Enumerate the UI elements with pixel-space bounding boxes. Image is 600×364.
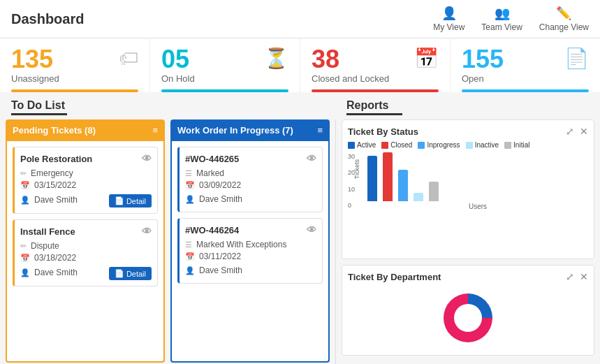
stat-open: 155 Open 📄 [451, 38, 600, 92]
workorder-column: Work Order In Progress (7) ≡ #WO-446265 … [170, 119, 330, 364]
main-content: Pending Tickets (8) ≡ Pole Restoration 👁… [0, 119, 600, 364]
legend-inprogress-dot [418, 142, 425, 149]
wo-2-header: #WO-446264 👁 [185, 224, 316, 235]
header: Dashboard 👤 My View 👥 Team View ✏️ Chang… [0, 0, 600, 38]
stat-closed-icon: 📅 [414, 47, 439, 70]
donut-label-3: 3 [475, 320, 479, 328]
todo-section-tab: To Do List [0, 92, 335, 119]
workorder-filter-icon[interactable]: ≡ [317, 125, 323, 136]
donut-chart: 2 3 [348, 286, 588, 349]
wo-2-assignee: Dave Smith [199, 265, 242, 275]
wo-1: #WO-446265 👁 ☰ Marked 📅 03/09/2022 [177, 147, 323, 212]
y-axis-label: Tickets [353, 159, 360, 179]
donut-svg: 2 3 [426, 286, 510, 349]
user-icon-2: 👤 [20, 268, 30, 277]
legend-active: Active [348, 141, 376, 149]
ticket-1-title: Pole Restoration [20, 154, 92, 164]
todo-underline [11, 113, 67, 115]
todo-title: To Do List [0, 92, 335, 113]
detail-label-2: Detail [126, 270, 146, 278]
stat-unassigned-label: Unassigned [11, 73, 59, 84]
ticket-by-status-actions: ⤢ ✕ [566, 126, 588, 137]
ticket-2-type-row: ✏ Dispute [20, 241, 152, 251]
ticket-by-dept-title: Ticket By Department [348, 272, 441, 282]
expand-icon-dept[interactable]: ⤢ [566, 271, 574, 282]
stat-unassigned-bar [11, 89, 138, 92]
legend-inprogress-label: Inprogress [427, 141, 460, 149]
pending-body: Pole Restoration 👁 ✏ Emergency 📅 03/15/2… [6, 141, 165, 363]
wo-1-date-row: 📅 03/09/2022 [185, 180, 316, 190]
todo-section: Pending Tickets (8) ≡ Pole Restoration 👁… [0, 119, 335, 364]
list-icon: ☰ [185, 169, 192, 178]
pending-filter-icon[interactable]: ≡ [152, 125, 158, 136]
expand-icon[interactable]: ⤢ [566, 126, 574, 137]
bar-inactive [414, 193, 423, 201]
ticket-2-date: 03/18/2022 [34, 253, 76, 263]
stat-closed-number: 38 [312, 47, 389, 72]
ticket-1-eye-icon[interactable]: 👁 [142, 153, 152, 164]
change-view-button[interactable]: ✏️ Change View [539, 6, 589, 32]
wo-1-assignee-row: 👤 Dave Smith [185, 194, 242, 204]
wo-1-footer: 👤 Dave Smith [185, 194, 316, 206]
change-view-icon: ✏️ [556, 6, 571, 21]
my-view-label: My View [433, 22, 464, 32]
wo-1-header: #WO-446265 👁 [185, 153, 316, 164]
wo-1-assignee: Dave Smith [199, 194, 242, 204]
workorder-header-label: Work Order In Progress (7) [177, 125, 293, 136]
ticket-1-type-row: ✏ Emergency [20, 168, 152, 178]
reports-section-tab: Reports [335, 92, 600, 119]
stat-closed-locked: 38 Closed and Locked 📅 [300, 38, 451, 92]
wo-1-eye-icon[interactable]: 👁 [307, 153, 316, 164]
stat-onhold-label: On Hold [161, 73, 195, 84]
stat-onhold-bar [161, 89, 288, 92]
ticket-2-detail-button[interactable]: 📄 Detail [109, 267, 152, 280]
y-label-0: 0 [348, 202, 355, 209]
bar-chart: 30 20 10 0 Tickets Users [348, 153, 588, 223]
wo-2-footer: 👤 Dave Smith [185, 265, 316, 277]
ticket-1-date-row: 📅 03/15/2022 [20, 180, 152, 190]
sections-top: To Do List Reports [0, 92, 600, 119]
calendar-icon: 📅 [20, 181, 30, 190]
wo-2-eye-icon[interactable]: 👁 [307, 224, 316, 235]
detail-icon: 📄 [115, 196, 124, 205]
ticket-2: Install Fence 👁 ✏ Dispute 📅 03/18/2022 [13, 219, 158, 286]
ticket-1-assignee-row: 👤 Dave Smith [20, 195, 78, 205]
ticket-by-dept-actions: ⤢ ✕ [566, 271, 588, 282]
y-label-10: 10 [348, 186, 355, 193]
ticket-1-detail-button[interactable]: 📄 Detail [109, 194, 152, 208]
calendar-icon-4: 📅 [185, 252, 195, 261]
stat-onhold-number: 05 [161, 47, 195, 72]
wo-1-title: #WO-446265 [185, 154, 239, 164]
close-icon-dept[interactable]: ✕ [580, 271, 588, 282]
donut-label-2: 2 [459, 309, 463, 317]
header-actions: 👤 My View 👥 Team View ✏️ Change View [433, 6, 589, 32]
pending-column: Pending Tickets (8) ≡ Pole Restoration 👁… [6, 119, 165, 364]
ticket-1-footer: 👤 Dave Smith 📄 Detail [20, 194, 152, 208]
team-view-button[interactable]: 👥 Team View [481, 6, 522, 32]
wo-2-type: Marked With Exceptions [196, 240, 286, 249]
ticket-1-type: Emergency [31, 168, 73, 178]
team-view-icon: 👥 [495, 6, 510, 21]
my-view-button[interactable]: 👤 My View [433, 6, 464, 32]
ticket-2-title: Install Fence [20, 226, 75, 237]
ticket-by-status-header: Ticket By Status ⤢ ✕ [348, 126, 588, 137]
legend-inactive-label: Inactive [475, 141, 499, 149]
legend-active-dot [348, 142, 355, 149]
detail-icon-2: 📄 [115, 269, 124, 278]
reports-title: Reports [335, 92, 600, 113]
bar-closed [383, 152, 393, 201]
wo-2-date-row: 📅 03/11/2022 [185, 252, 316, 261]
ticket-2-eye-icon[interactable]: 👁 [142, 226, 152, 237]
legend-active-label: Active [357, 141, 376, 149]
stat-closed-label: Closed and Locked [312, 73, 389, 84]
reports-underline [346, 113, 402, 115]
close-icon[interactable]: ✕ [580, 126, 588, 137]
ticket-1-date: 03/15/2022 [34, 180, 76, 190]
ticket-by-dept-header: Ticket By Department ⤢ ✕ [348, 271, 588, 282]
stat-on-hold: 05 On Hold ⏳ [150, 38, 300, 92]
pencil-icon: ✏ [20, 169, 27, 178]
page-title: Dashboard [11, 11, 84, 27]
legend-initial-label: Initial [513, 141, 529, 149]
change-view-label: Change View [539, 22, 589, 32]
wo-2-type-row: ☰ Marked With Exceptions [185, 240, 316, 249]
